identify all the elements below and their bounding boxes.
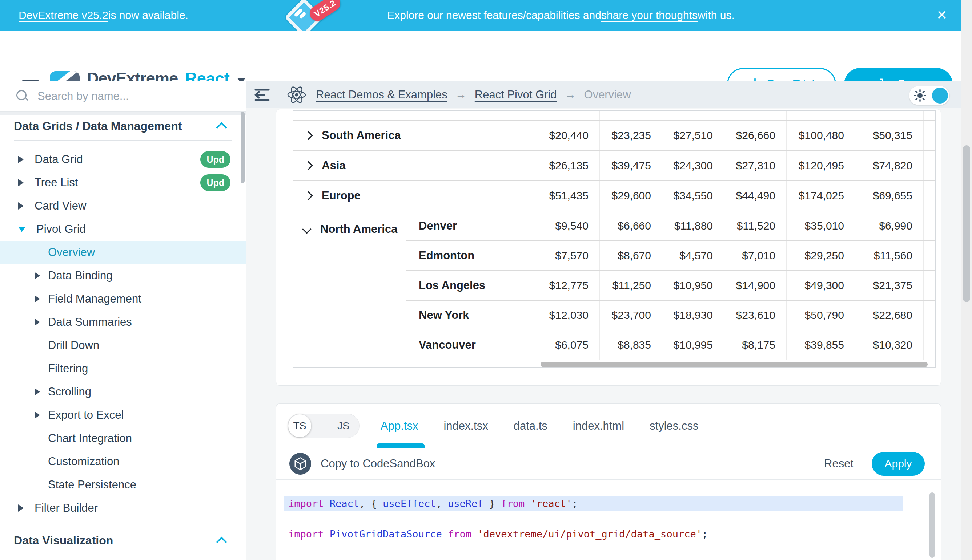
code-panel-header: TS JS App.tsxindex.tsxdata.tsindex.htmls… [276,404,941,448]
pivot-value-cell: $8,175 [724,330,786,360]
tab-index-html[interactable]: index.html [573,420,624,433]
pivot-row-header[interactable]: Asia [293,151,541,180]
breadcrumb: React Demos & Examples → React Pivot Gri… [316,88,631,101]
collapse-sidebar-icon[interactable] [254,88,270,102]
sidebar-item-state-persistence[interactable]: State Persistence [0,473,246,497]
pivot-value-cell: $18,930 [662,301,724,330]
chevron-right-icon [35,272,40,279]
pivot-stub-cell [923,211,935,240]
language-toggle[interactable]: TS JS [288,413,360,438]
sidebar-item-filter-builder[interactable]: Filter Builder [0,497,246,520]
banner-version-link[interactable]: DevExtreme v25.2 [18,9,108,22]
sidebar-item-filtering[interactable]: Filtering [0,357,246,380]
sidebar-item-label: Card View [35,199,86,212]
pivot-row-header[interactable]: Denver [407,211,541,240]
pivot-value-cell: $29,600 [600,181,662,211]
collapse-icon[interactable] [302,225,311,233]
breadcrumb-current: Overview [584,88,631,101]
pivot-value-cell: $120,495 [786,151,855,180]
pivot-stub-cell [923,241,935,270]
chevron-up-icon[interactable] [216,122,227,133]
section-title: Data Visualization [14,534,218,547]
theme-toggle[interactable] [909,86,949,105]
pivot-value-cell: $50,790 [786,301,855,330]
code-area[interactable]: import React, { useEffect, useRef } from… [276,480,941,560]
pivot-stub-cell [923,120,935,150]
pivot-value-cell: $4,570 [662,241,724,270]
sidebar-item-field-management[interactable]: Field Management [0,287,246,310]
tab-data-ts[interactable]: data.ts [514,420,547,433]
breadcrumb-bar: React Demos & Examples → React Pivot Gri… [246,81,961,108]
codesandbox-icon[interactable] [289,453,311,475]
pivot-value-cell: $11,560 [855,241,923,270]
devextreme-cube-logo: V25.2 [277,1,346,30]
share-thoughts-link[interactable]: share your thoughts [601,9,698,22]
pivot-value-cell: $7,010 [724,241,786,270]
copy-to-codesandbox-label[interactable]: Copy to CodeSandBox [321,457,435,470]
pivot-row-header[interactable]: New York [407,301,541,330]
breadcrumb-separator: → [455,88,467,101]
sidebar-item-drill-down[interactable]: Drill Down [0,334,246,357]
pivot-value-cell: $39,475 [600,151,662,180]
pivot-value-cell: $51,435 [541,181,600,211]
chevron-up-icon[interactable] [216,537,227,547]
pivot-stub-cell [923,330,935,360]
breadcrumb-link-pivot-grid[interactable]: React Pivot Grid [475,88,557,101]
search-input[interactable] [37,89,212,103]
sidebar-section-data-grids[interactable]: Data Grids / Data Management [0,115,246,137]
breadcrumb-link-demos[interactable]: React Demos & Examples [316,88,447,101]
active-file-tab-underline [376,443,425,448]
sidebar-item-export-to-excel[interactable]: Export to Excel [0,403,246,427]
sidebar-item-chart-integration[interactable]: Chart Integration [0,427,246,450]
apply-button[interactable]: Apply [872,452,925,476]
theme-toggle-knob[interactable] [932,88,948,103]
pivot-row-label: North America [320,223,397,236]
expand-icon[interactable] [303,161,313,170]
language-toggle-ts[interactable]: TS [288,414,311,437]
sidebar-item-tree-list[interactable]: Tree ListUpd [0,171,246,194]
pivot-row-header[interactable]: South America [293,120,541,150]
close-icon[interactable]: ✕ [929,0,955,30]
sidebar-item-overview[interactable]: Overview [0,241,246,264]
pivot-row-header[interactable]: Los Angeles [407,270,541,300]
code-scrollbar-thumb[interactable] [930,492,935,558]
pivot-value-cell [786,111,855,120]
language-toggle-js[interactable]: JS [337,414,349,438]
expand-icon[interactable] [303,191,313,200]
sidebar-divider-band [0,112,246,115]
sidebar-item-data-grid[interactable]: Data GridUpd [0,148,246,171]
chevron-right-icon [18,156,23,163]
sidebar-item-customization[interactable]: Customization [0,450,246,473]
chevron-right-icon [18,202,23,210]
pivot-value-cell: $12,030 [541,301,600,330]
pivot-value-cell [724,111,786,120]
tab-app-tsx[interactable]: App.tsx [381,420,418,433]
banner-center-post: with us. [698,9,734,22]
upd-badge: Upd [200,151,231,168]
sidebar-item-data-summaries[interactable]: Data Summaries [0,310,246,334]
chevron-right-icon [18,179,23,186]
expand-icon[interactable] [303,131,313,140]
pivot-row-header[interactable]: Edmonton [407,241,541,270]
pivot-city-row-vancouver: Vancouver$6,075$8,835$10,995$8,175$39,85… [407,330,935,360]
pivot-value-cell: $21,375 [855,270,923,300]
pivot-row-header[interactable]: Vancouver [407,330,541,360]
horizontal-scrollbar-thumb[interactable] [540,362,928,367]
search-icon [16,90,29,102]
sidebar-item-scrolling[interactable]: Scrolling [0,380,246,403]
reset-button[interactable]: Reset [824,457,853,470]
page-scrollbar-thumb[interactable] [963,145,970,302]
code-line: import PivotGridDataSource from 'devextr… [288,527,903,542]
pivot-value-cell: $23,700 [600,301,662,330]
tab-index-tsx[interactable]: index.tsx [443,420,488,433]
sidebar: Data Grids / Data Management Data GridUp… [0,81,246,560]
sidebar-item-pivot-grid[interactable]: Pivot Grid [0,218,246,241]
pivot-row-header[interactable]: North America [293,211,407,360]
sidebar-scrollbar-thumb[interactable] [241,112,244,183]
sidebar-item-card-view[interactable]: Card View [0,194,246,218]
sidebar-item-data-binding[interactable]: Data Binding [0,264,246,287]
pivot-value-cell: $35,010 [786,211,855,240]
tab-styles-css[interactable]: styles.css [649,420,698,433]
pivot-row-header[interactable]: Europe [293,181,541,211]
sidebar-section-data-visualization[interactable]: Data Visualization [0,530,246,551]
